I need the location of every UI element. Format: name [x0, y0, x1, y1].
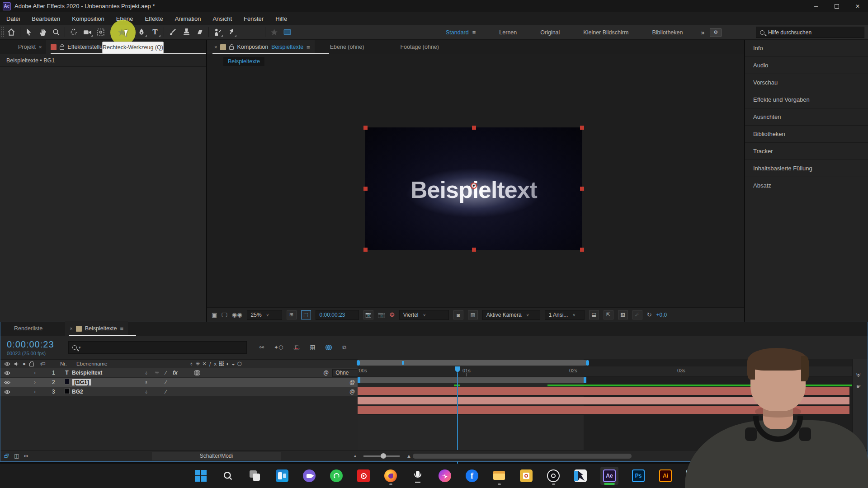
taskbar-facebook-icon[interactable]: f	[465, 467, 479, 485]
zoom-in-mountain-icon[interactable]: ▲	[406, 453, 412, 460]
taskbar-video-editor-icon[interactable]	[573, 467, 588, 485]
frame-blend-switch-icon[interactable]: ∕	[165, 370, 166, 376]
type-tool-button[interactable]: T	[148, 26, 162, 38]
sidebar-item-tracker[interactable]: Tracker	[745, 143, 868, 160]
maximize-button[interactable]	[826, 0, 847, 12]
expand-layer-switches-icon[interactable]: 🗗	[4, 453, 9, 459]
comp-flowchart-icon[interactable]: 🖽	[618, 310, 628, 319]
work-area-end-handle[interactable]	[584, 377, 586, 383]
sidebar-item-inhaltsbasierte-fuellung[interactable]: Inhaltsbasierte Füllung	[745, 160, 868, 177]
selection-handle[interactable]	[472, 126, 476, 130]
quality-switch-icon[interactable]: ♁	[144, 370, 148, 376]
expand-transfer-modes-icon[interactable]: ◫	[14, 453, 19, 459]
eraser-tool-button[interactable]	[193, 26, 207, 38]
panel-menu-icon[interactable]: ≡	[120, 325, 124, 332]
snapshot-icon[interactable]: 📷	[363, 310, 373, 319]
workspace-tab-lernen[interactable]: Lernen	[487, 29, 528, 36]
selection-handle[interactable]	[363, 126, 368, 130]
selection-handle[interactable]	[580, 126, 584, 130]
parent-pickwhip-icon[interactable]: @	[323, 370, 329, 376]
layer-name-edit-field[interactable]: [BG1]	[72, 379, 91, 386]
roto-brush-tool-button[interactable]	[211, 26, 224, 38]
menu-fenster[interactable]: Fenster	[244, 15, 264, 22]
motion-blur-switch-icon[interactable]	[194, 370, 201, 375]
layer-bar-3[interactable]	[358, 406, 849, 415]
tab-renderliste[interactable]: Renderliste	[0, 321, 47, 336]
hand-tool-button[interactable]	[36, 26, 49, 38]
close-icon[interactable]: ×	[39, 44, 42, 50]
taskbar-illustrator-icon[interactable]: Ai	[658, 467, 673, 485]
taskbar-widgets-icon[interactable]	[275, 467, 289, 485]
workspace-tab-standard[interactable]: Standard≡	[434, 29, 487, 36]
panel-menu-icon[interactable]: ≡	[307, 44, 310, 51]
close-button[interactable]: ✕	[847, 0, 868, 12]
channel-icon[interactable]: ❂	[390, 311, 395, 318]
workspace-tab-original[interactable]: Original	[528, 29, 571, 36]
view-layout-dropdown[interactable]: 1 Ansi...∨	[545, 310, 585, 320]
tab-komposition[interactable]: × Komposition Beispieltexte ≡	[207, 40, 315, 54]
quality-switch-icon[interactable]: ♁	[144, 379, 148, 385]
exposure-refresh-icon[interactable]: ↻	[647, 311, 652, 318]
zoom-level-dropdown[interactable]: 25%∨	[247, 310, 282, 320]
taskbar-photoshop-icon[interactable]: Ps	[631, 467, 646, 485]
composition-stage[interactable]: Beispieltext	[365, 127, 582, 250]
taskbar-paw-app-icon[interactable]	[712, 467, 727, 485]
fx-switch-icon[interactable]: fx	[173, 370, 178, 376]
zoom-out-mountain-icon[interactable]: ▲	[353, 454, 357, 458]
workspace-overflow-chevrons[interactable]: »	[694, 29, 710, 36]
zoom-slider-knob[interactable]	[381, 453, 386, 459]
layer-visibility-icon[interactable]	[4, 390, 10, 394]
sidebar-item-info[interactable]: Info	[745, 40, 868, 57]
parent-pickwhip-icon[interactable]: @	[349, 389, 355, 395]
switches-modes-button[interactable]: Schalter/Modi	[152, 452, 281, 460]
search-options-icon[interactable]: ▾	[79, 345, 81, 350]
taskbar-start-button[interactable]	[193, 467, 208, 485]
monitor-icon[interactable]: 🖵	[222, 311, 227, 319]
timeline-jump-icon[interactable]: ⇱	[604, 310, 613, 319]
taskbar-target-app-icon[interactable]	[356, 467, 371, 485]
timeline-search-input[interactable]: ▾	[68, 341, 247, 354]
comp-breadcrumb[interactable]: Beispieltexte	[223, 57, 264, 66]
parent-pickwhip-icon[interactable]: @	[349, 379, 355, 385]
camera-dropdown[interactable]: Aktive Kamera∨	[482, 310, 540, 320]
tab-ebene[interactable]: Ebene (ohne)	[326, 40, 369, 54]
menu-datei[interactable]: Datei	[6, 15, 20, 22]
expand-inout-icon[interactable]: ⇹	[24, 453, 28, 459]
selection-handle[interactable]	[363, 187, 368, 191]
minimize-button[interactable]: ─	[806, 0, 826, 12]
puppet-pin-tool-button[interactable]	[224, 26, 238, 38]
camera-tool-button[interactable]	[80, 26, 94, 38]
layer-bar-1[interactable]	[358, 387, 849, 396]
selection-handle[interactable]	[580, 248, 584, 252]
taskbar-capture-app-icon[interactable]	[519, 467, 533, 485]
taskbar-after-effects-icon[interactable]: Ae	[600, 467, 618, 485]
taskbar-file-explorer-icon[interactable]	[492, 467, 506, 485]
layer-name[interactable]: Beispieltext	[72, 370, 144, 376]
time-ruler[interactable]: :00s 01s 02s 03s	[358, 366, 868, 376]
work-area-start-handle[interactable]	[358, 377, 360, 383]
layer-name[interactable]: BG2	[72, 389, 144, 395]
timeline-zoom-slider[interactable]	[363, 455, 400, 457]
navigator-start-handle[interactable]	[357, 360, 360, 366]
current-timecode[interactable]: 0:00:00:23	[7, 339, 68, 350]
help-search-input[interactable]: Hilfe durchsuchen	[756, 27, 864, 38]
taskbar-task-view-icon[interactable]	[248, 467, 262, 485]
taskbar-video-chat-icon[interactable]	[302, 467, 316, 485]
brush-tool-button[interactable]	[166, 26, 179, 38]
selection-handle[interactable]	[472, 248, 476, 252]
layer-visibility-icon[interactable]	[4, 380, 10, 385]
menu-animation[interactable]: Animation	[175, 15, 201, 22]
taskbar-lightroom-icon[interactable]: Lr	[685, 467, 700, 485]
sidebar-item-vorschau[interactable]: Vorschau	[745, 74, 868, 91]
frame-blend-switch-icon[interactable]: ∕	[165, 379, 166, 385]
draft-3d-icon[interactable]: ✦⬡	[274, 344, 283, 351]
tab-projekt[interactable]: Projekt×	[0, 40, 46, 54]
comp-mini-flowchart-icon[interactable]: ⚯	[259, 344, 264, 351]
home-tool-button[interactable]	[5, 26, 18, 38]
transparency-grid-icon[interactable]: ▨	[468, 310, 478, 319]
close-icon[interactable]: ×	[214, 44, 217, 50]
viewer-timecode[interactable]: 0:00:00:23	[316, 310, 359, 320]
tab-footage[interactable]: Footage (ohne)	[396, 40, 443, 54]
sidebar-item-absatz[interactable]: Absatz	[745, 177, 868, 194]
tab-timeline-beispieltexte[interactable]: × Beispieltexte ≡	[65, 321, 128, 336]
